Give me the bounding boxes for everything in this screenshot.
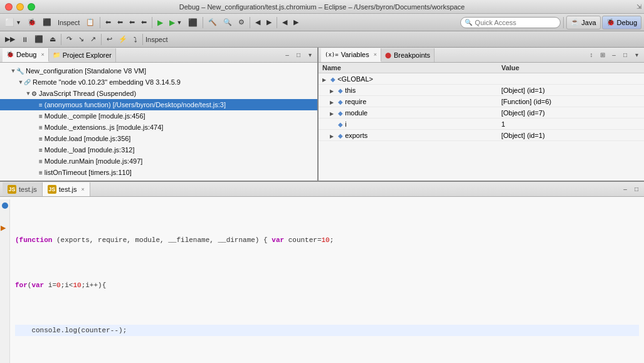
left-panel-maximize-icon[interactable]: □	[293, 50, 304, 60]
toolbar-btn-nav1[interactable]: ◀	[280, 16, 290, 29]
debug-dropframe-btn[interactable]: ↩	[104, 33, 115, 46]
diamond-icon: ◆	[330, 76, 335, 83]
tab-debug[interactable]: 🐞 Debug ×	[3, 48, 49, 62]
java-perspective-btn[interactable]: ☕ Java	[566, 16, 600, 29]
table-row[interactable]: ▶ ◆ exports [Object] (id=1)	[319, 130, 644, 141]
tree-item-3[interactable]: ≡ (anonymous function) [/Users/byron/Des…	[0, 99, 317, 110]
right-panel-collapse-icon[interactable]: ↕	[586, 50, 596, 60]
debug-perspective-btn[interactable]: 🐞 Debug	[602, 16, 641, 29]
toolbar-btn-ext[interactable]: ⚙	[236, 16, 247, 29]
code-line-2: for(var i=0;i<10;i++){	[15, 280, 639, 291]
debug-stepover-btn[interactable]: ↷	[64, 33, 75, 46]
icon-1: 🔗	[24, 79, 31, 85]
quick-access-area: 🔍	[460, 17, 561, 28]
tab-project-explorer[interactable]: 📁 Project Explorer	[49, 48, 116, 62]
minimize-button[interactable]	[16, 3, 24, 11]
var-name: this	[345, 87, 356, 94]
maximize-button[interactable]	[28, 3, 35, 11]
debug-usestepper-btn[interactable]: ⚡	[116, 33, 130, 46]
icon-7: ≡	[39, 147, 43, 154]
table-row[interactable]: ▶ ◆ module [Object] (id=7)	[319, 107, 644, 118]
icon-4: ≡	[39, 113, 43, 120]
toolbar-run-btn[interactable]: ▶	[155, 16, 166, 29]
tab-testjs-2-close[interactable]: ×	[81, 186, 84, 192]
toolbar-nav-btn1[interactable]: ⬅	[103, 16, 113, 29]
variables-tab-close[interactable]: ×	[374, 51, 377, 58]
debug-tab-close[interactable]: ×	[41, 51, 44, 58]
diamond-icon: ◆	[338, 132, 343, 139]
icon-9: ≡	[39, 169, 43, 176]
expand-arrow-icon[interactable]: ▶	[330, 134, 336, 139]
debug-suspend-btn[interactable]: ⏸	[19, 33, 31, 46]
right-panel-actions: ↕ ⊞ – □ ▾	[586, 50, 641, 60]
code-text-3: console.log(counter--);	[15, 325, 127, 336]
debug-sep-2	[101, 34, 102, 45]
toolbar-nav-btn2[interactable]: ⬅	[115, 16, 125, 29]
left-panel-view-menu-icon[interactable]: ▾	[305, 50, 315, 60]
expand-arrow-icon[interactable]: ▶	[330, 111, 336, 117]
table-row[interactable]: ▶ ◆ <GLOBAL>	[319, 73, 644, 85]
tree-item-5[interactable]: ≡ Module._extensions..js [module.js:474]	[0, 122, 317, 133]
tree-item-2[interactable]: ▼ ⚙ JavaScript Thread (Suspended)	[0, 88, 317, 99]
tab-testjs-1[interactable]: JS test.js	[3, 182, 43, 196]
tree-item-6[interactable]: ≡ Module.load [module.js:356]	[0, 133, 317, 144]
tree-item-1[interactable]: ▼ 🔗 Remote "node v0.10.23" embedding V8 …	[0, 76, 317, 88]
code-area[interactable]: (function (exports, require, module, __f…	[10, 199, 644, 363]
debug-terminate-btn[interactable]: ⬛	[32, 33, 46, 46]
toolbar-nav-btn3[interactable]: ⬅	[127, 16, 137, 29]
tab-testjs-2[interactable]: JS test.js ×	[43, 182, 90, 196]
expand-arrow-icon[interactable]: ▶	[322, 77, 329, 83]
variables-tab-label: Variables	[341, 51, 369, 58]
tab-breakpoints[interactable]: ⬤ Breakpoints	[381, 48, 435, 62]
toolbar-btn-left[interactable]: ◀	[253, 16, 263, 29]
right-panel-maximize-icon[interactable]: □	[620, 50, 630, 60]
table-row[interactable]: ▶ ◆ require [Function] (id=6)	[319, 96, 644, 107]
quick-access-input[interactable]	[460, 17, 561, 28]
tree-item-8[interactable]: ≡ Module.runMain [module.js:497]	[0, 155, 317, 167]
debug-resume-btn[interactable]: ▶▶	[3, 33, 18, 46]
table-row[interactable]: ▶ ◆ i 1	[319, 118, 644, 130]
right-panel-layout-icon[interactable]: ⊞	[598, 50, 608, 60]
toolbar-btn-5[interactable]: 📋	[83, 16, 97, 29]
label-6: Module.load [module.js:356]	[45, 135, 131, 142]
table-row[interactable]: ▶ ◆ this [Object] (id=1)	[319, 85, 644, 96]
toolbar-stop-btn[interactable]: ⬛	[186, 16, 200, 29]
debug-disconnect-btn[interactable]: ⏏	[47, 33, 58, 46]
var-name: <GLOBAL>	[337, 75, 373, 83]
inspect-button[interactable]: Inspect	[55, 16, 82, 29]
tab-variables[interactable]: (x)= Variables ×	[321, 48, 381, 62]
toolbar-new-btn[interactable]: ⬜▼	[3, 16, 24, 29]
toolbar-btn-build[interactable]: 🔨	[206, 16, 219, 29]
debug-instep-btn[interactable]: ⤵	[131, 33, 140, 46]
toolbar-run-dropdown[interactable]: ▶▼	[167, 16, 184, 29]
close-button[interactable]	[5, 3, 13, 11]
debug-stepout-btn[interactable]: ↗	[88, 33, 98, 46]
toolbar-btn-2[interactable]: 🐞	[25, 16, 39, 29]
toolbar-nav-btn4[interactable]: ⬅	[139, 16, 149, 29]
debug-stepinto-btn[interactable]: ↘	[76, 33, 87, 46]
bottom-maximize-icon[interactable]: □	[631, 184, 641, 194]
toolbar-btn-search[interactable]: 🔍	[221, 16, 235, 29]
tree-item-0[interactable]: ▼ 🔧 New_configuration [Standalone V8 VM]	[0, 65, 317, 76]
debug-arrow-icon: ▶	[1, 224, 6, 232]
breakpoints-tab-icon: ⬤	[385, 52, 391, 58]
diamond-icon: ◆	[338, 121, 343, 128]
left-panel-minimize-icon[interactable]: –	[282, 50, 292, 60]
right-panel-tabs: (x)= Variables × ⬤ Breakpoints ↕ ⊞ – □ ▾	[319, 48, 644, 63]
expand-arrow-icon[interactable]: ▶	[330, 88, 336, 94]
toolbar-btn-nav2[interactable]: ▶	[291, 16, 301, 29]
expand-arrow-icon[interactable]: ▶	[330, 100, 336, 105]
right-panel-minimize-icon[interactable]: –	[609, 50, 619, 60]
tree-item-4[interactable]: ≡ Module._compile [module.js:456]	[0, 110, 317, 122]
var-value: [Object] (id=1)	[497, 130, 644, 141]
separator-4	[250, 17, 250, 28]
tree-item-9[interactable]: ≡ listOnTimeout [timers.js:110]	[0, 167, 317, 178]
right-panel-view-menu-icon[interactable]: ▾	[631, 50, 641, 60]
resize-icon[interactable]: ⇲	[636, 3, 641, 10]
bottom-minimize-icon[interactable]: –	[620, 184, 630, 194]
toolbar-btn-right[interactable]: ▶	[264, 16, 274, 29]
tree-item-7[interactable]: ≡ Module._load [module.js:312]	[0, 144, 317, 155]
var-value	[497, 73, 644, 85]
toolbar-btn-3[interactable]: ⬛	[40, 16, 54, 29]
var-value: [Object] (id=7)	[497, 107, 644, 118]
